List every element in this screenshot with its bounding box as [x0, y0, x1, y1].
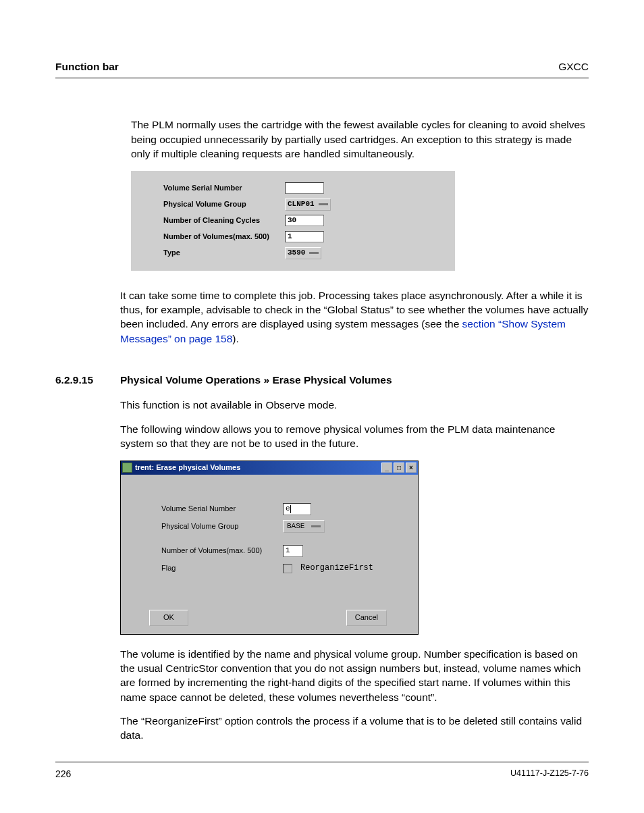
page-number: 226 — [55, 768, 71, 781]
dropdown-pvg-value: CLNP01 — [288, 199, 315, 209]
titlebar[interactable]: trent: Erase physical Volumes _ □ × — [121, 461, 418, 475]
label-pvg: Physical Volume Group — [163, 199, 285, 209]
close-button[interactable]: × — [406, 463, 417, 473]
doc-id: U41117-J-Z125-7-76 — [510, 768, 589, 781]
window-title: trent: Erase physical Volumes — [135, 463, 240, 473]
running-header: Function bar GXCC — [55, 59, 589, 78]
input-nvol[interactable]: 1 — [285, 231, 324, 242]
label-nvol2: Number of Volumes(max. 500) — [161, 546, 283, 556]
footer: 226 U41117-J-Z125-7-76 — [55, 762, 589, 781]
label-vsn: Volume Serial Number — [163, 183, 285, 193]
ok-button[interactable]: OK — [149, 610, 188, 626]
input-vsn2[interactable]: e — [283, 503, 311, 515]
section-title: Physical Volume Operations » Erase Physi… — [120, 373, 392, 387]
chevron-down-icon — [319, 203, 328, 205]
minimize-button[interactable]: _ — [381, 463, 392, 473]
row-flag: Flag ReorganizeFirst — [161, 560, 406, 577]
dropdown-pvg2[interactable]: BASE — [283, 520, 325, 533]
dropdown-pvg2-value: BASE — [287, 521, 304, 531]
label-ncc: Number of Cleaning Cycles — [163, 215, 285, 226]
label-vsn2: Volume Serial Number — [161, 504, 283, 514]
identified-paragraph: The volume is identified by the name and… — [120, 647, 589, 705]
screenshot-cleaning-form: Volume Serial Number Physical Volume Gro… — [131, 171, 455, 271]
input-ncc[interactable]: 30 — [285, 215, 324, 226]
row-vsn: Volume Serial Number — [163, 180, 448, 196]
label-pvg2: Physical Volume Group — [161, 521, 283, 531]
row-nvol: Number of Volumes(max. 500) 1 — [163, 229, 448, 245]
row-nvol2: Number of Volumes(max. 500) 1 — [161, 542, 406, 560]
screenshot-erase-window: trent: Erase physical Volumes _ □ × Volu… — [120, 461, 419, 635]
app-icon — [122, 463, 132, 473]
following-paragraph: The following window allows you to remov… — [120, 422, 589, 451]
label-nvol: Number of Volumes(max. 500) — [163, 232, 285, 242]
section-heading: 6.2.9.15 Physical Volume Operations » Er… — [55, 373, 589, 387]
dropdown-type-value: 3590 — [288, 248, 305, 258]
header-right: GXCC — [558, 59, 589, 74]
dropdown-pvg[interactable]: CLNP01 — [285, 199, 331, 211]
section-number: 6.2.9.15 — [55, 373, 120, 387]
observe-paragraph: This function is not available in Observ… — [120, 398, 589, 412]
chevron-down-icon — [311, 525, 321, 527]
maximize-button[interactable]: □ — [394, 463, 404, 473]
async-paragraph: It can take some time to complete this j… — [120, 288, 589, 346]
checkbox-reorganize-first[interactable] — [283, 564, 292, 573]
label-flag: Flag — [161, 563, 283, 573]
checkbox-label-reorganize: ReorganizeFirst — [300, 562, 373, 574]
cancel-button[interactable]: Cancel — [346, 610, 387, 626]
input-nvol2[interactable]: 1 — [283, 545, 303, 557]
chevron-down-icon — [309, 252, 319, 254]
header-left: Function bar — [55, 59, 119, 74]
row-pvg: Physical Volume Group CLNP01 — [163, 196, 448, 213]
intro-paragraph: The PLM normally uses the cartridge with… — [131, 117, 589, 161]
reorg-paragraph: The “ReorganizeFirst” option controls th… — [120, 714, 589, 743]
label-type: Type — [163, 248, 285, 258]
input-vsn[interactable] — [285, 182, 324, 194]
row-pvg2: Physical Volume Group BASE — [161, 518, 406, 535]
row-vsn2: Volume Serial Number e — [161, 500, 406, 518]
row-type: Type 3590 — [163, 245, 448, 261]
dropdown-type[interactable]: 3590 — [285, 247, 321, 259]
row-ncc: Number of Cleaning Cycles 30 — [163, 213, 448, 229]
